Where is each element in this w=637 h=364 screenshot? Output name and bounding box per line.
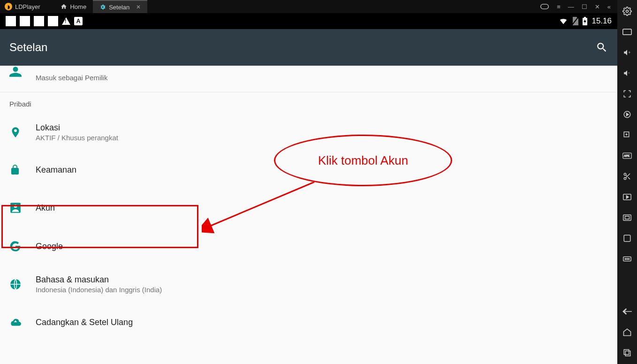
tab-label: Home <box>70 3 86 10</box>
row-title: Lokasi <box>36 123 118 133</box>
svg-point-23 <box>625 258 626 259</box>
row-title: Akun <box>36 203 55 213</box>
no-sim-icon <box>572 17 578 25</box>
svg-text:-: - <box>628 69 630 75</box>
sidebar-record-icon[interactable] <box>622 191 633 203</box>
row-title: Bahasa & masukan <box>36 275 162 285</box>
minimize-icon[interactable]: — <box>568 3 574 10</box>
section-label-personal: Pribadi <box>0 92 617 113</box>
window-controls: ≡ — ☐ ✕ « <box>540 3 617 10</box>
tab-setelan[interactable]: Setelan ✕ <box>93 0 147 13</box>
sidebar-settings-icon[interactable] <box>622 6 633 17</box>
sidebar-sync-icon[interactable] <box>622 109 633 120</box>
svg-rect-0 <box>541 4 549 9</box>
sidebar-apk-icon[interactable]: APK <box>622 150 633 161</box>
settings-header: Setelan <box>0 29 617 66</box>
tab-home[interactable]: Home <box>54 0 93 13</box>
status-placeholder-icon <box>48 16 58 26</box>
sidebar-volume-up-icon[interactable]: + <box>622 47 633 58</box>
svg-point-5 <box>14 205 17 208</box>
row-title: Keamanan <box>36 165 76 175</box>
tab-label: Setelan <box>109 4 129 11</box>
wifi-icon <box>559 17 568 25</box>
svg-rect-3 <box>584 17 586 18</box>
nav-back-icon[interactable] <box>622 306 633 317</box>
menu-icon[interactable]: ≡ <box>557 3 561 10</box>
svg-text:APK: APK <box>624 155 629 158</box>
ldplayer-logo-icon: ◗ <box>5 3 12 10</box>
status-placeholder-icon <box>34 16 44 26</box>
settings-row-language[interactable]: Bahasa & masukan Indonesia (Indonesia) d… <box>0 265 617 304</box>
svg-text:+: + <box>628 50 630 55</box>
annotation-ellipse: Klik tombol Akun <box>274 135 452 186</box>
sidebar-volume-down-icon[interactable]: - <box>622 68 633 79</box>
search-icon[interactable] <box>596 41 608 53</box>
svg-point-24 <box>627 258 628 259</box>
sidebar-rotate-icon[interactable] <box>622 233 633 244</box>
page-title: Setelan <box>9 41 47 54</box>
sidebar-multi-instance-icon[interactable] <box>622 129 633 141</box>
svg-rect-26 <box>624 349 629 355</box>
svg-rect-19 <box>623 215 631 220</box>
status-placeholder-icon <box>6 16 16 26</box>
close-window-icon[interactable]: ✕ <box>595 3 600 10</box>
svg-rect-20 <box>625 216 629 219</box>
nav-recent-icon[interactable] <box>622 347 633 358</box>
google-icon <box>9 240 36 252</box>
svg-rect-27 <box>625 351 630 356</box>
settings-row-backup[interactable]: Cadangkan & Setel Ulang <box>0 304 617 341</box>
settings-icon <box>99 4 106 10</box>
sidebar-keyboard-icon[interactable] <box>622 26 633 38</box>
titlebar: ◗ LDPlayer Home Setelan ✕ ≡ — ☐ ✕ <box>0 0 617 13</box>
nav-home-icon[interactable] <box>622 326 633 338</box>
maximize-icon[interactable]: ☐ <box>582 3 587 10</box>
collapse-icon[interactable]: « <box>607 3 611 10</box>
emulator-sidebar: + - APK <box>617 0 637 364</box>
svg-rect-9 <box>623 29 631 35</box>
row-subtitle: Indonesia (Indonesia) dan Inggris (India… <box>36 286 162 294</box>
sidebar-fullscreen-icon[interactable] <box>622 88 633 99</box>
warning-icon <box>62 17 70 25</box>
settings-row-users[interactable]: Pengguna Masuk sebagai Pemilik <box>0 66 617 88</box>
svg-point-16 <box>624 173 626 175</box>
status-placeholder-icon <box>20 16 30 26</box>
keyboard-icon: A <box>74 17 83 25</box>
row-subtitle: Masuk sebagai Pemilik <box>36 74 107 82</box>
sidebar-screenshot-icon[interactable] <box>622 212 633 223</box>
app-name: LDPlayer <box>15 3 40 10</box>
svg-point-25 <box>629 258 629 259</box>
annotation-arrow-icon <box>202 182 319 238</box>
backup-icon <box>9 316 36 328</box>
home-icon <box>61 3 67 10</box>
row-subtitle: AKTIF / Khusus perangkat <box>36 134 118 142</box>
settings-content: Pengguna Masuk sebagai Pemilik Pribadi L… <box>0 66 617 364</box>
sidebar-scissors-icon[interactable] <box>622 171 633 182</box>
globe-icon <box>9 278 36 290</box>
user-icon <box>9 66 36 78</box>
svg-point-8 <box>626 10 629 13</box>
svg-rect-21 <box>624 235 630 242</box>
location-icon <box>9 126 36 138</box>
status-time: 15.16 <box>592 16 612 26</box>
sidebar-more-icon[interactable] <box>622 253 633 265</box>
row-title: Cadangkan & Setel Ulang <box>36 318 133 327</box>
android-statusbar: A 15.16 <box>0 13 617 29</box>
close-tab-icon[interactable]: ✕ <box>136 4 141 10</box>
row-title: Google <box>36 242 63 251</box>
lock-icon <box>9 164 36 175</box>
svg-point-17 <box>624 177 626 180</box>
annotation-text: Klik tombol Akun <box>318 153 408 168</box>
battery-icon <box>582 17 588 25</box>
account-icon <box>9 202 36 214</box>
gamepad-icon[interactable] <box>540 3 549 10</box>
svg-line-7 <box>209 182 314 227</box>
